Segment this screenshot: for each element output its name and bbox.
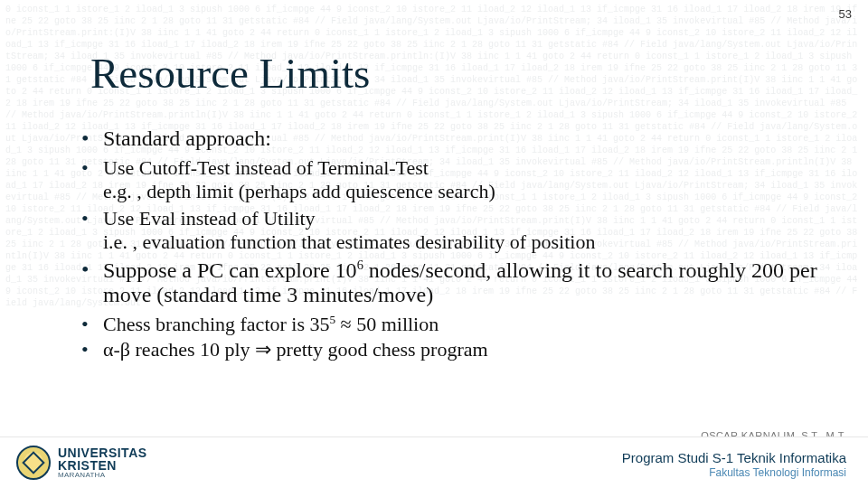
university-logo: UNIVERSITAS KRISTEN MARANATHA xyxy=(16,446,147,480)
bullet-dot-icon: • xyxy=(81,258,103,307)
bullet-level2: • Use Cutoff-Test instead of Terminal-Te… xyxy=(81,156,832,203)
program-info: Program Studi S-1 Teknik Informatika Fak… xyxy=(622,450,846,479)
page-number: 53 xyxy=(839,7,852,21)
slide-body: • Standard approach: • Use Cutoff-Test i… xyxy=(81,127,832,363)
bullet-text: Use Eval instead of Utility xyxy=(103,207,832,230)
text-fragment: Suppose a PC can explore 10 xyxy=(103,258,357,282)
faculty-line: Fakultas Teknologi Informasi xyxy=(622,466,846,479)
slide-title: Resource Limits xyxy=(90,49,370,98)
superscript: 6 xyxy=(357,258,363,272)
bullet-text: α-β reaches 10 ply ⇒ pretty good chess p… xyxy=(103,338,832,361)
bullet-level2: • Use Eval instead of Utility i.e. , eva… xyxy=(81,207,832,254)
bullet-text: i.e. , evaluation function that estimate… xyxy=(103,230,832,254)
bullet-dot-icon: • xyxy=(81,313,103,336)
logo-text-line: MARANATHA xyxy=(58,472,147,479)
logo-text-line: UNIVERSITAS xyxy=(58,446,147,459)
bullet-dot-icon: • xyxy=(81,156,103,203)
bullet-text: Chess branching factor is 355 ≈ 50 milli… xyxy=(103,313,832,336)
text-fragment: ≈ 50 million xyxy=(335,313,439,335)
bullet-dot-icon: • xyxy=(81,338,103,361)
bullet-dot-icon: • xyxy=(81,127,103,151)
bullet-dot-icon: • xyxy=(81,207,103,254)
bullet-level2: • Chess branching factor is 355 ≈ 50 mil… xyxy=(81,313,832,336)
bullet-text: e.g. , depth limit (perhaps add quiescen… xyxy=(103,180,832,203)
logo-badge-icon xyxy=(16,446,51,480)
program-line: Program Studi S-1 Teknik Informatika xyxy=(622,450,846,466)
bullet-level1: • Suppose a PC can explore 106 nodes/sec… xyxy=(81,258,832,307)
bullet-text: Suppose a PC can explore 106 nodes/secon… xyxy=(103,258,832,307)
bullet-text: Standard approach: xyxy=(103,127,832,151)
bullet-level1: • Standard approach: xyxy=(81,127,832,151)
bullet-text: Use Cutoff-Test instead of Terminal-Test xyxy=(103,156,832,180)
logo-text-line: KRISTEN xyxy=(58,459,147,472)
bullet-level2: • α-β reaches 10 ply ⇒ pretty good chess… xyxy=(81,338,832,361)
text-fragment: Chess branching factor is 35 xyxy=(103,313,330,335)
